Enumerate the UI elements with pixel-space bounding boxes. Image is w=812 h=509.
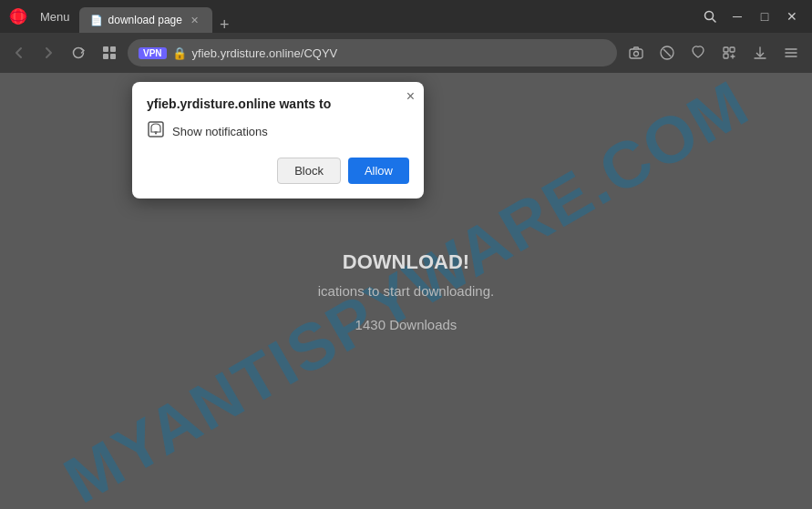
extensions-button[interactable] <box>715 41 743 65</box>
tab-grid-button[interactable] <box>97 42 122 64</box>
toolbar-icons <box>622 41 805 65</box>
dialog-close-button[interactable]: × <box>406 89 415 104</box>
dialog-permission-row: Show notifications <box>147 120 409 143</box>
tab-close-button[interactable]: ✕ <box>188 14 201 27</box>
camera-button[interactable] <box>622 41 650 65</box>
svg-rect-15 <box>730 47 735 52</box>
notification-dialog: × yfieb.yrdisture.online wants to Show n… <box>132 82 424 199</box>
notification-icon <box>147 120 165 143</box>
page-center-content: DOWNLOAD! ications to start downloading.… <box>318 250 494 332</box>
address-input-wrap[interactable]: VPN 🔒 yfieb.yrdisture.online/CQYV <box>128 39 617 66</box>
tab-bar: 📄 download page ✕ + <box>79 0 694 33</box>
menu-button[interactable]: Menu <box>35 8 76 25</box>
download-count: 1430 Downloads <box>318 317 494 332</box>
svg-rect-6 <box>103 46 108 52</box>
heart-button[interactable] <box>684 41 712 65</box>
svg-rect-16 <box>724 54 728 58</box>
dialog-buttons: Block Allow <box>147 158 409 184</box>
notification-label: Show notifications <box>172 125 268 138</box>
reload-button[interactable] <box>66 42 91 64</box>
minimize-icon: ─ <box>733 9 742 24</box>
back-button[interactable] <box>7 43 31 63</box>
maximize-icon: □ <box>761 9 768 24</box>
vpn-badge: VPN <box>139 47 167 59</box>
svg-rect-8 <box>103 54 108 59</box>
close-button[interactable]: ✕ <box>779 4 805 29</box>
address-text: yfieb.yrdisture.online/CQYV <box>192 46 606 60</box>
maximize-button[interactable]: □ <box>752 4 777 29</box>
svg-line-5 <box>713 19 716 23</box>
shield-button[interactable] <box>653 41 681 65</box>
search-button[interactable] <box>697 4 723 29</box>
title-bar: Menu 📄 download page ✕ + ─ □ <box>0 0 812 33</box>
active-tab[interactable]: 📄 download page ✕ <box>79 7 212 33</box>
main-menu-button[interactable] <box>777 41 805 65</box>
svg-point-11 <box>634 52 639 56</box>
tab-favicon: 📄 <box>90 15 103 26</box>
minimize-button[interactable]: ─ <box>725 4 750 29</box>
address-bar: VPN 🔒 yfieb.yrdisture.online/CQYV <box>0 33 812 73</box>
block-button[interactable]: Block <box>277 158 341 184</box>
dialog-title: yfieb.yrdisture.online wants to <box>147 97 409 111</box>
menu-label: Menu <box>40 10 70 24</box>
svg-point-24 <box>155 133 157 135</box>
browser-chrome: Menu 📄 download page ✕ + ─ □ <box>0 0 812 73</box>
svg-rect-14 <box>724 47 728 52</box>
tab-label: download page <box>108 14 182 26</box>
svg-point-2 <box>15 8 21 25</box>
close-icon: ✕ <box>786 9 797 24</box>
download-title: DOWNLOAD! <box>318 250 494 274</box>
svg-rect-7 <box>110 46 116 52</box>
forward-button[interactable] <box>36 43 60 63</box>
page-content: MYANTISPYWARE.COM DOWNLOAD! ications to … <box>0 73 812 509</box>
allow-button[interactable]: Allow <box>348 158 409 184</box>
window-controls: ─ □ ✕ <box>697 4 805 29</box>
opera-logo[interactable] <box>7 5 29 27</box>
download-subtitle: ications to start downloading. <box>318 283 494 299</box>
svg-line-13 <box>663 49 671 56</box>
svg-rect-10 <box>630 49 642 58</box>
new-tab-button[interactable]: + <box>212 16 237 33</box>
download-button[interactable] <box>746 41 774 65</box>
svg-rect-9 <box>110 54 116 59</box>
lock-icon: 🔒 <box>172 46 187 60</box>
